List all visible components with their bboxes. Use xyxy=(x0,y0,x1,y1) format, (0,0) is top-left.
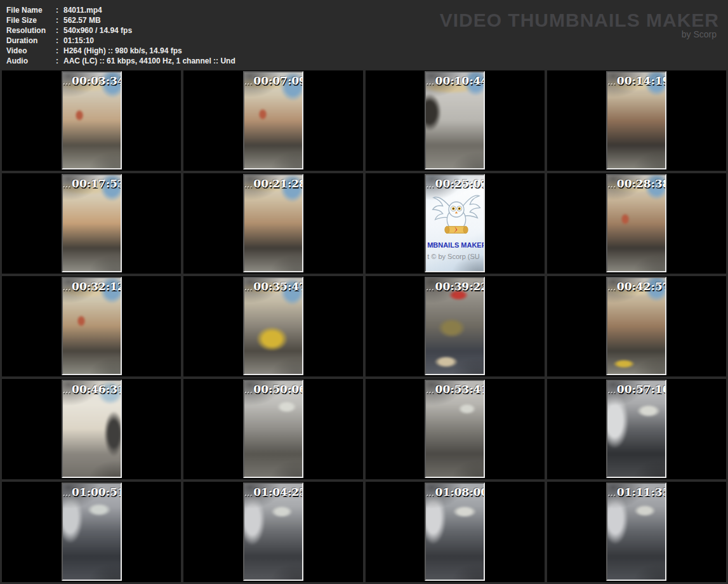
timestamp-overlay: ...00:07:09 xyxy=(244,74,301,87)
timestamp-overlay: ...00:10:44 xyxy=(426,74,482,87)
timestamp: 00:28:38 xyxy=(617,177,667,190)
video-thumbnail: ...01:08:00 xyxy=(425,482,485,581)
timestamp-overlay: ...01:11:35 xyxy=(607,486,664,498)
thumbnail-cell: ...00:42:57 xyxy=(547,276,726,376)
timestamp-overlay: ...00:53:41 xyxy=(426,383,482,395)
timestamp: 00:03:34 xyxy=(72,74,122,87)
timestamp-overlay: ...00:50:06 xyxy=(244,383,301,395)
file-info-row: File Name:84011.mp4 xyxy=(6,5,235,15)
timestamp: 00:25:03 xyxy=(435,177,486,190)
timestamp-overlay: ...00:14:19 xyxy=(607,74,664,87)
thumbnail-cell: ...00:03:34 xyxy=(2,70,181,171)
timestamp-prefix: ... xyxy=(426,490,434,497)
thumbnail-cell: ...01:08:00 xyxy=(366,482,545,582)
timestamp-prefix: ... xyxy=(607,490,616,497)
thumbnail-cell: ...00:39:22 xyxy=(366,276,545,376)
video-thumbnail: ...00:14:19 xyxy=(606,71,666,169)
thumbnail-cell: ...00:53:41 xyxy=(366,379,545,479)
timestamp-prefix: ... xyxy=(63,79,71,86)
watermark-thumbnail: MBNAILS MAKER 8 t © by Scorp (SU ...00:2… xyxy=(425,174,485,272)
video-thumbnail: ...01:11:35 xyxy=(606,482,666,581)
info-label: File Size xyxy=(6,15,56,25)
owl-logo-icon xyxy=(431,189,482,240)
timestamp: 00:14:19 xyxy=(617,74,667,87)
timestamp: 00:42:57 xyxy=(617,280,667,293)
file-info-row: Resolution:540x960 / 14.94 fps xyxy=(6,25,235,36)
timestamp: 01:04:25 xyxy=(253,486,303,498)
timestamp-overlay: ...01:08:00 xyxy=(426,486,482,498)
file-info-row: Audio:AAC (LC) :: 61 kbps, 44100 Hz, 1 c… xyxy=(6,56,235,66)
info-separator: : xyxy=(56,46,63,56)
timestamp-overlay: ...00:17:53 xyxy=(63,177,119,190)
timestamp-overlay: ...00:42:57 xyxy=(607,280,664,293)
timestamp-overlay: ...00:57:16 xyxy=(607,383,664,395)
info-value: AAC (LC) :: 61 kbps, 44100 Hz, 1 channel… xyxy=(63,56,235,66)
video-thumbnail: ...01:04:25 xyxy=(243,482,303,581)
thumbnail-cell: ...00:14:19 xyxy=(547,70,726,171)
timestamp: 00:57:16 xyxy=(617,383,667,395)
thumbnail-cell: ...00:32:12 xyxy=(2,276,181,376)
timestamp-prefix: ... xyxy=(63,387,71,394)
app-subtitle: by Scorp xyxy=(440,29,719,39)
watermark-copyright: t © by Scorp (SU xyxy=(426,253,484,260)
timestamp-overlay: ...01:04:25 xyxy=(244,486,301,498)
timestamp-prefix: ... xyxy=(607,284,616,291)
video-thumbnail: ...00:57:16 xyxy=(606,380,666,478)
timestamp: 00:39:22 xyxy=(435,280,486,293)
timestamp: 00:21:28 xyxy=(253,177,303,190)
info-separator: : xyxy=(56,25,63,36)
watermark-title: MBNAILS MAKER 8 xyxy=(426,241,484,249)
thumbnail-cell: ...00:57:16 xyxy=(547,379,726,479)
thumbnail-cell: ...00:28:38 xyxy=(547,173,726,274)
video-thumbnail: ...00:39:22 xyxy=(425,277,485,375)
timestamp-overlay: ...00:28:38 xyxy=(607,177,664,190)
timestamp: 01:00:51 xyxy=(72,486,122,498)
timestamp-overlay: ...00:39:22 xyxy=(426,280,482,293)
timestamp-overlay: ...00:32:12 xyxy=(63,280,119,293)
video-thumbnail: ...00:10:44 xyxy=(425,71,485,169)
thumbnail-cell: ...00:07:09 xyxy=(183,70,362,171)
app-logo: VIDEO THUMBNAILS MAKER by Scorp xyxy=(440,10,719,39)
thumbnail-cell: ...00:21:28 xyxy=(183,173,362,274)
thumbnail-cell: ...00:50:06 xyxy=(183,379,362,479)
timestamp-prefix: ... xyxy=(607,182,616,189)
timestamp-overlay: ...00:21:28 xyxy=(244,177,301,190)
info-label: Resolution xyxy=(6,25,56,36)
timestamp-overlay: ...00:46:31 xyxy=(63,383,119,395)
timestamp-overlay: ...00:25:03 xyxy=(426,177,482,190)
info-label: Video xyxy=(6,46,56,56)
info-value: H264 (High) :: 980 kb/s, 14.94 fps xyxy=(63,46,235,56)
timestamp-prefix: ... xyxy=(426,284,434,291)
video-thumbnail: ...00:50:06 xyxy=(243,380,303,478)
timestamp: 00:10:44 xyxy=(435,74,486,87)
info-value: 01:15:10 xyxy=(63,36,235,46)
timestamp: 00:17:53 xyxy=(72,177,122,190)
info-separator: : xyxy=(56,5,63,15)
timestamp-prefix: ... xyxy=(607,79,616,86)
timestamp-overlay: ...00:35:47 xyxy=(244,280,301,293)
timestamp-prefix: ... xyxy=(63,182,71,189)
timestamp: 00:50:06 xyxy=(253,383,303,395)
timestamp-prefix: ... xyxy=(63,490,71,497)
timestamp-overlay: ...00:03:34 xyxy=(63,74,119,87)
video-thumbnail: ...01:00:51 xyxy=(62,482,122,581)
thumbnail-cell: ...00:35:47 xyxy=(183,276,362,376)
info-separator: : xyxy=(56,56,63,66)
timestamp-prefix: ... xyxy=(426,79,434,86)
file-info-row: File Size:562.57 MB xyxy=(6,15,235,25)
info-separator: : xyxy=(56,36,63,46)
video-thumbnail: ...00:07:09 xyxy=(243,71,303,169)
info-label: File Name xyxy=(6,5,56,15)
timestamp: 00:35:47 xyxy=(253,280,303,293)
file-info-header: File Name:84011.mp4 File Size:562.57 MB … xyxy=(0,0,728,69)
thumbnail-cell: ...01:04:25 xyxy=(183,482,362,582)
thumbnail-grid: ...00:03:34 ...00:07:09 ...00:10:44 ...0… xyxy=(0,70,728,584)
video-thumbnail: ...00:32:12 xyxy=(62,277,122,375)
thumbnail-cell: ...00:17:53 xyxy=(2,173,181,274)
app-title: VIDEO THUMBNAILS MAKER xyxy=(440,10,719,30)
video-thumbnail: ...00:03:34 xyxy=(62,71,122,169)
info-label: Audio xyxy=(6,56,56,66)
thumbnail-cell: MBNAILS MAKER 8 t © by Scorp (SU ...00:2… xyxy=(366,173,545,274)
thumbnail-cell: ...00:10:44 xyxy=(366,70,545,171)
video-thumbnail: ...00:28:38 xyxy=(606,174,666,272)
